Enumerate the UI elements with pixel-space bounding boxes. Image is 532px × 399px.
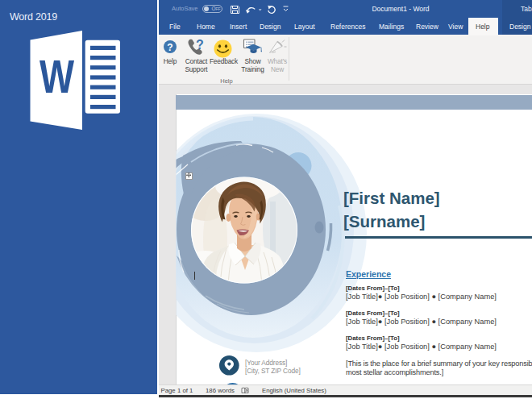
svg-text:W: W [39, 51, 74, 102]
svg-text:?: ? [167, 42, 172, 53]
svg-text:?: ? [196, 38, 204, 52]
